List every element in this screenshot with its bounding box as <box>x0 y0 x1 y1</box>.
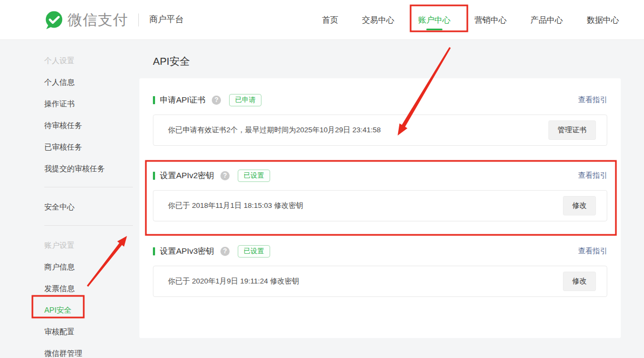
help-icon[interactable]: ? <box>220 171 230 180</box>
top-header: 微信支付 商户平台 首页 交易中心 账户中心 营销中心 产品中心 数据中心 <box>0 0 644 40</box>
sidebar-divider <box>44 187 133 187</box>
wechat-pay-logo-icon <box>44 10 64 30</box>
section-apiv2-key: 设置APIv2密钥 ? 已设置 查看指引 你已于 2018年11月1日 18:1… <box>153 167 607 221</box>
sidebar-item-pending-review-tasks[interactable]: 待审核任务 <box>0 114 133 136</box>
view-guide-link[interactable]: 查看指引 <box>578 171 607 180</box>
status-badge: 已设置 <box>238 170 270 182</box>
nav-account-center[interactable]: 账户中心 <box>418 0 451 40</box>
sidebar-item-operation-certificate[interactable]: 操作证书 <box>0 93 133 114</box>
brand-divider <box>138 13 139 26</box>
sidebar-item-review-config[interactable]: 审核配置 <box>0 321 133 342</box>
wechat-pay-logo[interactable]: 微信支付 <box>44 10 128 30</box>
status-badge: 已设置 <box>238 245 270 258</box>
nav-data-center[interactable]: 数据中心 <box>587 0 619 40</box>
section-apiv3-key: 设置APIv3密钥 ? 已设置 查看指引 你已于 2020年1月9日 19:11… <box>153 243 607 297</box>
certificate-status-text: 你已申请有效证书2个，最早过期时间为2025年10月29日 23:41:58 <box>168 125 381 135</box>
help-icon[interactable]: ? <box>212 96 221 105</box>
sidebar-item-api-security[interactable]: API安全 <box>0 299 133 321</box>
view-guide-link[interactable]: 查看指引 <box>578 246 607 256</box>
status-badge: 已申请 <box>229 94 261 106</box>
sidebar-divider <box>44 225 133 226</box>
sidebar-header-account-settings: 账户设置 <box>0 234 133 256</box>
sidebar-item-merchant-info[interactable]: 商户信息 <box>0 256 133 278</box>
top-navigation: 首页 交易中心 账户中心 营销中心 产品中心 数据中心 <box>322 0 619 40</box>
certificate-content-box: 你已申请有效证书2个，最早过期时间为2025年10月29日 23:41:58 管… <box>153 114 607 146</box>
apiv2-content-box: 你已于 2018年11月1日 18:15:03 修改密钥 修改 <box>153 190 607 221</box>
modify-apiv2-key-button[interactable]: 修改 <box>563 196 596 215</box>
section-accent-bar <box>153 172 155 180</box>
api-security-card: 申请API证书 ? 已申请 查看指引 你已申请有效证书2个，最早过期时间为202… <box>139 78 621 338</box>
sidebar-item-wechat-group-management[interactable]: 微信群管理 <box>0 342 133 358</box>
help-icon[interactable]: ? <box>220 247 230 256</box>
section-api-certificate: 申请API证书 ? 已申请 查看指引 你已申请有效证书2个，最早过期时间为202… <box>153 92 607 146</box>
sidebar-item-invoice-info[interactable]: 发票信息 <box>0 278 133 299</box>
sidebar-item-personal-info[interactable]: 个人信息 <box>0 71 133 93</box>
sidebar: 个人设置 个人信息 操作证书 待审核任务 已审核任务 我提交的审核任务 安全中心… <box>0 40 133 358</box>
sidebar-item-security-center[interactable]: 安全中心 <box>0 196 133 218</box>
nav-marketing-center[interactable]: 营销中心 <box>474 0 507 40</box>
section-accent-bar <box>153 96 155 104</box>
nav-product-center[interactable]: 产品中心 <box>531 0 563 40</box>
nav-home[interactable]: 首页 <box>322 0 338 40</box>
manage-certificate-button[interactable]: 管理证书 <box>548 120 596 140</box>
nav-transaction-center[interactable]: 交易中心 <box>362 0 394 40</box>
portal-label: 商户平台 <box>149 14 184 25</box>
page-title: API安全 <box>153 55 190 69</box>
section-title: 设置APIv3密钥 <box>160 246 214 256</box>
sidebar-item-reviewed-tasks[interactable]: 已审核任务 <box>0 136 133 158</box>
sidebar-item-my-submitted-tasks[interactable]: 我提交的审核任务 <box>0 158 133 179</box>
section-accent-bar <box>153 247 155 255</box>
view-guide-link[interactable]: 查看指引 <box>578 95 607 105</box>
apiv3-content-box: 你已于 2020年1月9日 19:11:24 修改密钥 修改 <box>153 266 607 297</box>
apiv3-status-text: 你已于 2020年1月9日 19:11:24 修改密钥 <box>168 276 299 286</box>
sidebar-header-personal-settings: 个人设置 <box>0 50 133 71</box>
apiv2-status-text: 你已于 2018年11月1日 18:15:03 修改密钥 <box>168 201 303 211</box>
section-title: 申请API证书 <box>160 95 205 105</box>
logo-text: 微信支付 <box>68 10 128 30</box>
modify-apiv3-key-button[interactable]: 修改 <box>563 272 596 291</box>
section-title: 设置APIv2密钥 <box>160 171 214 181</box>
